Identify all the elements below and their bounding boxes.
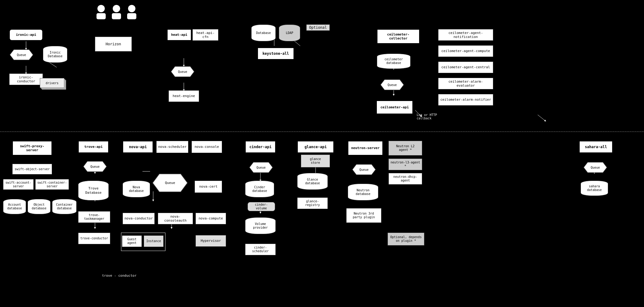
neutron-server-node: neutron-server [348,141,383,155]
cinder-scheduler-node: cinder-scheduler [245,244,276,255]
keystone-all-node: keystone-all [257,47,294,60]
ceilometer-database-node: ceilometerdatabase [377,54,411,69]
ironic-database-node: IronicDatabase [43,46,67,63]
neutron-dhcp-node: neutron-dhcp-agent [388,173,422,185]
ironic-queue-node: Queue [9,49,34,61]
ceilometer-alarm-evaluator-node: ceilometer-alarm-evaluator [438,78,493,89]
trove-taskmanager-node: trove-taskmanager [78,211,110,223]
horizon-node: Horizon [95,37,132,51]
trove-api-node: trove-api [78,141,109,153]
nova-compute-node: nova-compute [195,213,226,224]
nova-consoleauth-node: nova-consoleauth [158,213,193,224]
volume-provider-node: Volumeprovider [245,217,276,234]
ceilometer-collector-node: ceilometer-collector [377,29,420,44]
keystone-ldap-node: LDAP [279,24,300,41]
container-db-node: Containerdatabase [52,199,77,214]
heat-api-node: heat-api [167,29,191,41]
swift-object-node: swift-object-server [12,164,52,174]
log-arrow [414,109,423,118]
heat-api-cfn-node: heat-api-cfn [192,29,218,41]
ceilometer-queue-node: Queue [380,79,404,91]
guest-instance-container: Guestagent Instance [121,233,165,251]
glance-api-node: glance-api [297,141,334,153]
svg-point-1 [97,5,105,12]
neutron-3rd-party-node: Neutron 3rdparty plugin [346,208,381,223]
cinder-volume-node: cinder-volume [248,202,275,211]
neutron-l3-node: neutron-l3-agent * [388,159,422,170]
trove-queue-node: Queue [83,161,107,172]
nova-queue-node: Queue [152,173,188,193]
optional-plugin-node: Optional, dependson plugin * [388,233,424,245]
svg-line-16 [538,115,545,121]
ironic-api-node: ironic-api [9,29,43,41]
nova-console-node: nova-console [191,141,222,153]
cinder-queue-node: Queue [249,162,273,173]
neutron-queue-node: Queue [352,164,376,175]
svg-rect-4 [112,13,121,19]
glance-registry-node: glance-registry [297,197,328,209]
trove-conductor-label: trove - conductor [102,274,137,278]
diagram-canvas: ironic-api Queue IronicDatabase ironic-c… [0,0,644,307]
svg-rect-2 [97,13,106,19]
neutron-l2-node: Neutron L2agent * [388,141,422,155]
ceilometer-agent-notification-node: ceilometer-agent-notification [438,29,493,41]
heat-engine-node: heat-engine [169,90,199,102]
keystone-database-node: Database [251,24,276,41]
cinder-api-node: cinder-api [245,141,276,153]
cinder-database-node: Cinderdatabase [245,181,274,197]
nova-scheduler-node: nova-scheduler [156,141,188,153]
glance-store-node: glancestore [301,155,330,167]
ceilometer-agent-compute-node: ceilometer-agent-compute [438,45,493,57]
sahara-all-node: sahara-all [579,141,613,153]
nova-conductor-node: nova-conductor [123,213,155,224]
ironic-conductor-node: ironic-conductor [9,73,43,85]
ceilometer-agent-central-node: ceilometer-agent-central [438,62,493,73]
hypervisor-node: Hypervisor [195,235,226,247]
trove-conductor-node: trove-conductor [78,233,110,244]
section-divider [0,132,644,132]
nova-cert-node: nova-cert [195,181,222,193]
account-db-node: Accountdatabase [3,199,26,214]
trove-database-node: TroveDatabase [78,181,109,200]
sahara-queue-node: Queue [583,162,608,173]
object-db-node: Objectdatabase [28,199,51,214]
nova-api-node: nova-api [123,141,153,153]
neutron-database-node: Neutrondatabase [348,184,378,200]
glance-database-node: Glancedatabase [297,173,328,190]
swift-account-node: swift-account-server [3,179,34,190]
swift-proxy-node: swift-proxy-server [12,141,52,155]
heat-queue-node: Queue [170,66,195,77]
nova-database-node: Novadatabase [123,181,150,197]
sahara-database-node: saharadatabase [581,181,608,196]
ceilometer-api-node: ceilometer-api [376,100,413,114]
optional-label: Optional [306,24,330,31]
svg-rect-6 [127,13,136,19]
swift-container-node: swift-container-server [35,179,69,190]
svg-point-5 [128,5,135,12]
svg-point-3 [113,5,120,12]
instance-node: Instance [144,235,164,247]
guest-agent-node: Guestagent [122,235,142,247]
ceilometer-alarm-notifier-node: ceilometer-alarm-notifier [438,94,493,106]
